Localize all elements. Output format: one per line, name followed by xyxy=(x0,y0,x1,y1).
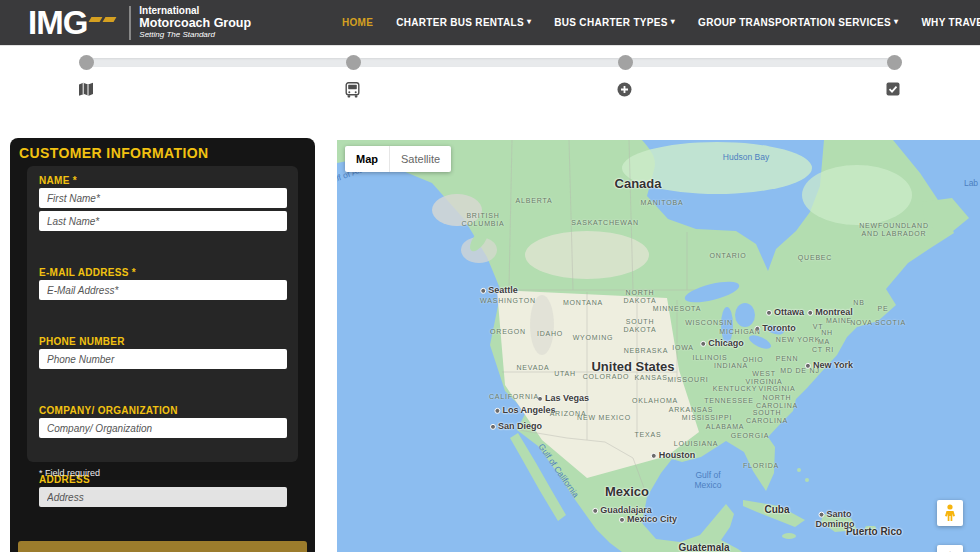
step-dot-1[interactable] xyxy=(79,55,94,70)
progress-stepper xyxy=(0,45,980,136)
input-last-name-[interactable] xyxy=(39,211,287,231)
puerto-rico-island xyxy=(865,526,876,531)
logo-line2: Motorcoach Group xyxy=(139,17,251,30)
img-logo[interactable]: IMG International Motorcoach Group Setti… xyxy=(28,1,251,45)
nav-item-bus-charter-types[interactable]: BUS CHARTER TYPES▾ xyxy=(554,17,675,28)
pegman-icon xyxy=(944,504,956,522)
nav-item-why-travel-by-bus[interactable]: WHY TRAVEL BY BUS▾ xyxy=(921,17,980,28)
panel-title: CUSTOMER INFORMATION xyxy=(19,145,208,161)
map-view-button[interactable]: Map xyxy=(345,146,389,172)
step-dot-4[interactable] xyxy=(887,55,902,70)
map-icon xyxy=(78,82,94,98)
jamaica-island xyxy=(782,533,796,539)
get-started-button[interactable]: GET STARTED xyxy=(18,541,307,552)
customer-information-panel: CUSTOMER INFORMATION NAME *E-MAIL ADDRES… xyxy=(10,138,315,552)
chevron-down-icon: ▾ xyxy=(671,17,675,26)
input-e-mail-address-[interactable] xyxy=(39,280,287,300)
form-card: NAME *E-MAIL ADDRESS *PHONE NUMBERCOMPAN… xyxy=(27,166,298,462)
chevron-down-icon: ▾ xyxy=(527,17,531,26)
field-label-name-: NAME * xyxy=(39,175,77,186)
logo-abbr: IMG xyxy=(28,3,87,43)
google-map[interactable]: Hudson BayLabGulf of AlaskaGulf of Mexic… xyxy=(337,140,980,552)
nav-item-home[interactable]: HOME xyxy=(342,17,373,28)
field-label-e-mail-address-: E-MAIL ADDRESS * xyxy=(39,267,136,278)
zoom-in-button[interactable]: + xyxy=(937,545,963,552)
map-type-control: Map Satellite xyxy=(345,146,451,172)
field-label-phone-number: PHONE NUMBER xyxy=(39,336,125,347)
hispaniola-island xyxy=(821,514,857,532)
nav-item-charter-bus-rentals[interactable]: CHARTER BUS RENTALS▾ xyxy=(396,17,531,28)
nav-item-group-transportation-services[interactable]: GROUP TRANSPORTATION SERVICES▾ xyxy=(698,17,898,28)
map-geography xyxy=(337,140,980,552)
logo-divider xyxy=(129,6,131,40)
step-dot-2[interactable] xyxy=(346,55,361,70)
satellite-view-button[interactable]: Satellite xyxy=(389,146,451,172)
input-address[interactable] xyxy=(39,487,287,507)
input-phone-number[interactable] xyxy=(39,349,287,369)
bus-icon xyxy=(345,82,361,98)
input-company-organization[interactable] xyxy=(39,418,287,438)
street-view-pegman-button[interactable] xyxy=(937,500,963,526)
logo-dashes-icon xyxy=(90,17,115,22)
field-required-note: * Field required xyxy=(39,468,100,478)
cuba-island xyxy=(743,500,805,527)
field-label-company-organization: COMPANY/ ORGANIZATION xyxy=(39,405,178,416)
input-first-name-[interactable] xyxy=(39,188,287,208)
logo-tagline: Setting The Standard xyxy=(139,31,251,39)
top-navigation-bar: IMG International Motorcoach Group Setti… xyxy=(0,0,980,45)
main-nav: HOMECHARTER BUS RENTALS▾BUS CHARTER TYPE… xyxy=(342,0,980,45)
stepper-track xyxy=(86,58,894,67)
step-dot-3[interactable] xyxy=(618,55,633,70)
check-square-icon xyxy=(886,82,902,98)
plus-circle-icon xyxy=(617,82,633,98)
chevron-down-icon: ▾ xyxy=(894,17,898,26)
